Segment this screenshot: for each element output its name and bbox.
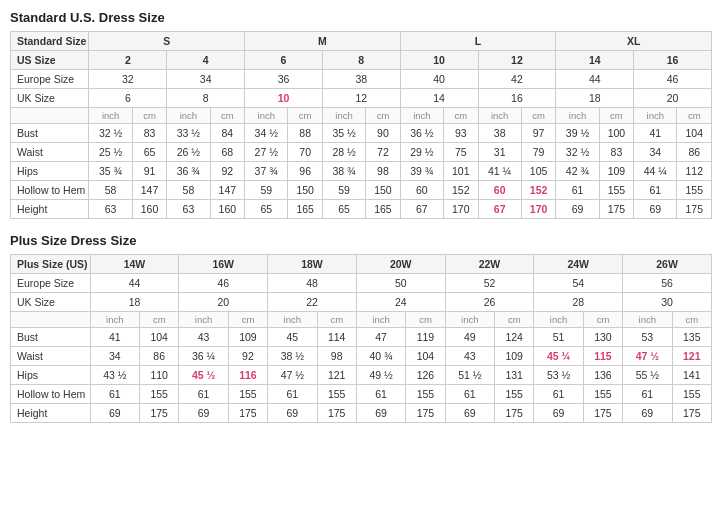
standard-title: Standard U.S. Dress Size (10, 10, 712, 25)
plus-title: Plus Size Dress Size (10, 233, 712, 248)
standard-size-table: Standard SizeSMLXLUS Size246810121416Eur… (10, 31, 712, 219)
plus-size-table: Plus Size (US)14W16W18W20W22W24W26WEurop… (10, 254, 712, 423)
